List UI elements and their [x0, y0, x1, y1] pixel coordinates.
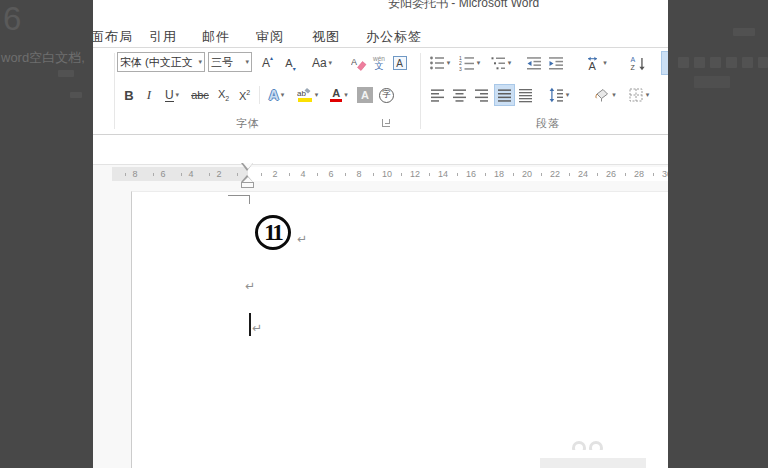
tab-page-layout[interactable]: 页面布局 — [93, 28, 133, 46]
tab-divider — [93, 47, 668, 48]
ruler-number: 2 — [269, 169, 281, 179]
enclose-characters-icon: 字 — [379, 88, 394, 103]
phonetic-guide-button[interactable]: wén 文 — [370, 52, 388, 74]
underline-button[interactable]: U ▾ — [159, 84, 185, 106]
chevron-down-icon[interactable]: ▾ — [603, 59, 607, 67]
ghost-caption-text: word空白文档, — [1, 49, 85, 67]
italic-button[interactable]: I — [141, 84, 157, 106]
chevron-down-icon[interactable]: ▾ — [508, 59, 512, 67]
bullets-icon — [429, 55, 445, 71]
font-color-icon: A — [330, 88, 342, 103]
chevron-down-icon[interactable]: ▾ — [612, 91, 616, 99]
ghost-shape — [70, 92, 82, 98]
ruler-number: 2 — [213, 169, 225, 179]
font-group-label: 字体 — [218, 116, 278, 131]
character-shading-button[interactable]: A — [356, 84, 374, 106]
chevron-down-icon[interactable]: ▾ — [566, 91, 570, 99]
enclose-characters-button[interactable]: 字 — [377, 84, 396, 106]
increase-indent-icon — [548, 55, 564, 71]
ruler-number: 4 — [185, 169, 197, 179]
tab-mailings[interactable]: 邮件 — [202, 28, 230, 46]
ruler-number: 8 — [353, 169, 365, 179]
text-boundary-corner-mark — [228, 195, 250, 204]
up-arrow-icon: ▴ — [270, 54, 273, 61]
paint-bucket-icon — [594, 87, 610, 103]
tab-review[interactable]: 审阅 — [256, 28, 284, 46]
font-dialog-launcher[interactable] — [382, 119, 390, 127]
highlighter-icon: ab — [297, 88, 313, 102]
svg-text:Z: Z — [631, 64, 636, 71]
superscript-button[interactable]: X2 — [235, 84, 254, 106]
svg-text:A: A — [351, 57, 357, 67]
left-indent-marker[interactable] — [241, 182, 254, 188]
document-area: 8 6 4 2 2 4 6 8 10 12 14 16 18 20 22 24 … — [93, 164, 668, 468]
font-color-button[interactable]: A ▾ — [325, 84, 353, 106]
chevron-down-icon[interactable]: ▾ — [243, 58, 249, 66]
watermark-arc — [572, 441, 586, 450]
ruler-number: 4 — [297, 169, 309, 179]
ruler-number: 22 — [549, 169, 561, 179]
subscript-button[interactable]: X2 — [214, 84, 233, 106]
eraser-icon: A — [351, 55, 367, 71]
distribute-text-button[interactable] — [516, 84, 535, 106]
watermark-shape — [572, 441, 608, 450]
grow-font-button[interactable]: A ▴ — [257, 52, 278, 74]
strikethrough-button[interactable]: abc — [188, 84, 212, 106]
multilevel-list-icon — [490, 55, 506, 71]
group-separator — [114, 53, 115, 129]
character-border-button[interactable]: A — [390, 52, 409, 74]
decrease-indent-button[interactable] — [524, 52, 543, 74]
distribute-text-icon — [518, 87, 534, 103]
screenshot-root: 安阳委托书 - Microsoft Word 页面布局 引用 邮件 审阅 视图 … — [0, 0, 768, 468]
multilevel-list-button[interactable]: ▾ — [486, 52, 515, 74]
chevron-down-icon[interactable]: ▾ — [344, 91, 348, 99]
asian-layout-button[interactable]: A ▾ — [581, 52, 611, 74]
document-page[interactable] — [131, 191, 668, 468]
show-hide-marks-button[interactable] — [661, 51, 668, 75]
chevron-down-icon[interactable]: ▾ — [176, 91, 180, 99]
chevron-down-icon[interactable]: ▾ — [447, 59, 451, 67]
text-highlight-button[interactable]: ab ▾ — [293, 84, 322, 106]
ruler-number: 16 — [465, 169, 477, 179]
chevron-down-icon[interactable]: ▾ — [196, 58, 202, 66]
align-center-icon — [452, 87, 468, 103]
ghost-shape — [694, 76, 730, 88]
align-center-button[interactable] — [450, 84, 469, 106]
watermark-bar — [540, 458, 646, 468]
ruler-number: 20 — [521, 169, 533, 179]
ruler-number: 18 — [493, 169, 505, 179]
borders-button[interactable]: ▾ — [624, 84, 653, 106]
font-size-combo[interactable]: 三号 ▾ — [208, 52, 252, 72]
bullets-button[interactable]: ▾ — [426, 52, 453, 74]
font-name-combo[interactable]: 宋体 (中文正文 ▾ — [117, 52, 205, 72]
chevron-down-icon[interactable]: ▾ — [477, 59, 481, 67]
sort-button[interactable]: A Z — [628, 52, 648, 74]
increase-indent-button[interactable] — [546, 52, 565, 74]
asian-layout-icon: A — [585, 55, 601, 71]
ghost-shape — [678, 57, 689, 68]
ruler-number: 6 — [325, 169, 337, 179]
align-right-button[interactable] — [472, 84, 491, 106]
justify-button[interactable] — [494, 84, 515, 106]
shading-button[interactable]: ▾ — [591, 84, 619, 106]
line-spacing-button[interactable]: ▾ — [545, 84, 572, 106]
svg-text:3: 3 — [459, 66, 462, 71]
group-separator — [420, 53, 421, 129]
change-case-button[interactable]: Aa ▾ — [307, 52, 337, 74]
chevron-down-icon[interactable]: ▾ — [281, 91, 285, 99]
tab-office-tab[interactable]: 办公标签 — [366, 28, 422, 46]
align-left-button[interactable] — [428, 84, 447, 106]
clear-formatting-button[interactable]: A — [349, 52, 368, 74]
tab-view[interactable]: 视图 — [312, 28, 340, 46]
tab-references[interactable]: 引用 — [149, 28, 177, 46]
shrink-font-button[interactable]: A ▾ — [280, 52, 301, 74]
right-dark-overlay — [668, 0, 768, 468]
watermark-arc — [589, 441, 603, 450]
ribbon-bottom-border — [93, 134, 668, 135]
chevron-down-icon[interactable]: ▾ — [646, 91, 650, 99]
chevron-down-icon[interactable]: ▾ — [315, 91, 319, 99]
bold-button[interactable]: B — [120, 84, 138, 106]
ruler-number: 12 — [409, 169, 421, 179]
text-effects-button[interactable]: A ▾ — [263, 84, 290, 106]
numbering-button[interactable]: 1 2 3 ▾ — [456, 52, 483, 74]
